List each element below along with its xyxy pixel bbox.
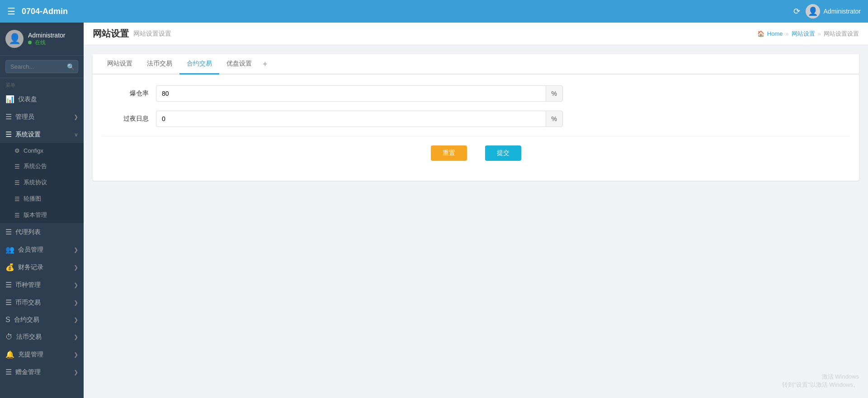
sidebar-item-finance[interactable]: 💰 财务记录 ❯ xyxy=(0,258,84,276)
version-label: 版本管理 xyxy=(24,211,47,219)
sidebar-item-fiat-left: ⏱ 法币交易 xyxy=(5,333,42,341)
sidebar-item-contract-label: 合约交易 xyxy=(14,316,39,324)
sidebar-item-admin-left: ☰ 管理员 xyxy=(5,112,34,121)
sidebar-item-finance-label: 财务记录 xyxy=(18,263,43,272)
system-chevron-icon: ∨ xyxy=(74,131,78,138)
sidebar-item-bonus-label: 赠金管理 xyxy=(15,368,41,376)
search-wrapper: 🔍 xyxy=(5,60,78,73)
form-actions: 重置 提交 xyxy=(102,136,850,170)
sidebar-sub-version[interactable]: ☰ 版本管理 xyxy=(0,207,84,223)
explosion-rate-label: 爆仓率 xyxy=(102,89,156,98)
fiat-icon: ⏱ xyxy=(5,333,13,341)
breadcrumb: 🏠 Home » 网站设置 » 网站设置设置 xyxy=(757,30,859,38)
sidebar-sub-configx[interactable]: ⚙ Configx xyxy=(0,143,84,158)
overnight-interest-input[interactable] xyxy=(156,111,546,127)
overnight-interest-wrapper: % xyxy=(156,111,563,127)
tab-contract-trading[interactable]: 合约交易 xyxy=(179,54,219,75)
admin-icon: ☰ xyxy=(5,112,12,121)
sidebar-sub-protocol[interactable]: ☰ 系统协议 xyxy=(0,174,84,191)
sidebar-item-member-label: 会员管理 xyxy=(18,246,43,254)
sidebar-item-member[interactable]: 👥 会员管理 ❯ xyxy=(0,241,84,258)
main-layout: 👤 Administrator 在线 🔍 菜单 📊 仪表盘 xyxy=(0,23,868,398)
sidebar-item-currency-left: ☰ 币种管理 xyxy=(5,281,41,289)
content-header: 网站设置 网站设置设置 🏠 Home » 网站设置 » 网站设置设置 xyxy=(84,23,868,45)
sidebar-item-recharge[interactable]: 🔔 充提管理 ❯ xyxy=(0,346,84,363)
reset-button[interactable]: 重置 xyxy=(431,145,467,161)
sidebar-item-agent-list[interactable]: ☰ 代理列表 xyxy=(0,223,84,241)
explosion-rate-input[interactable] xyxy=(156,85,546,102)
sidebar-item-coin-trading[interactable]: ☰ 币币交易 ❯ xyxy=(0,294,84,311)
sidebar-item-coin-left: ☰ 币币交易 xyxy=(5,298,41,307)
page-title: 网站设置 xyxy=(93,28,129,40)
sidebar-item-system-settings[interactable]: ☰ 系统设置 ∨ xyxy=(0,126,84,143)
tab-promo-settings[interactable]: 优盘设置 xyxy=(219,54,259,75)
menu-section-label: 菜单 xyxy=(0,78,84,90)
sidebar-item-currency-label: 币种管理 xyxy=(15,281,41,289)
explosion-rate-wrapper: % xyxy=(156,85,563,102)
sidebar-item-contract[interactable]: S 合约交易 ❯ xyxy=(0,311,84,328)
bonus-icon: ☰ xyxy=(5,368,12,376)
overnight-interest-label: 过夜日息 xyxy=(102,115,156,123)
breadcrumb-home[interactable]: Home xyxy=(767,30,783,37)
agent-icon: ☰ xyxy=(5,228,12,236)
version-icon: ☰ xyxy=(14,212,20,219)
carousel-icon: ☰ xyxy=(14,196,20,202)
contract-icon: S xyxy=(5,316,10,324)
currency-icon: ☰ xyxy=(5,281,12,289)
page-subtitle: 网站设置设置 xyxy=(133,30,171,38)
tab-website-settings[interactable]: 网站设置 xyxy=(100,54,140,75)
sidebar-item-system-left: ☰ 系统设置 xyxy=(5,130,41,139)
system-settings-submenu: ⚙ Configx ☰ 系统公告 ☰ 系统协议 ☰ 轮播图 ☰ 版本管理 xyxy=(0,143,84,223)
sidebar-item-contract-left: S 合约交易 xyxy=(5,316,39,324)
sidebar-sub-carousel[interactable]: ☰ 轮播图 xyxy=(0,191,84,207)
user-name: Administrator xyxy=(28,32,65,39)
form-row-explosion-rate: 爆仓率 % xyxy=(102,85,850,102)
sidebar: 👤 Administrator 在线 🔍 菜单 📊 仪表盘 xyxy=(0,23,84,398)
admin-name: Administrator xyxy=(824,8,861,15)
content-area: 网站设置 网站设置设置 🏠 Home » 网站设置 » 网站设置设置 网站设置 … xyxy=(84,23,868,398)
sidebar-sub-notice[interactable]: ☰ 系统公告 xyxy=(0,158,84,174)
header-right: ⟳ 👤 Administrator xyxy=(793,4,861,19)
protocol-icon: ☰ xyxy=(14,179,20,186)
admin-chevron-icon: ❯ xyxy=(74,114,78,120)
hamburger-icon[interactable]: ☰ xyxy=(7,6,15,17)
sidebar-item-fiat-label: 法币交易 xyxy=(16,333,42,341)
sidebar-item-bonus[interactable]: ☰ 赠金管理 ❯ xyxy=(0,363,84,381)
breadcrumb-sep1: » xyxy=(786,30,789,37)
breadcrumb-level1[interactable]: 网站设置 xyxy=(792,30,815,38)
submit-button[interactable]: 提交 xyxy=(485,145,521,161)
bonus-chevron-icon: ❯ xyxy=(74,369,78,375)
tabs-bar: 网站设置 法币交易 合约交易 优盘设置 + xyxy=(93,54,859,75)
refresh-icon[interactable]: ⟳ xyxy=(793,6,800,16)
sidebar-item-admin[interactable]: ☰ 管理员 ❯ xyxy=(0,108,84,126)
notice-icon: ☰ xyxy=(14,163,20,170)
tab-fiat-trading[interactable]: 法币交易 xyxy=(140,54,179,75)
finance-icon: 💰 xyxy=(5,263,14,272)
status-dot xyxy=(28,41,32,44)
recharge-icon: 🔔 xyxy=(5,350,14,359)
contract-chevron-icon: ❯ xyxy=(74,317,78,323)
protocol-label: 系统协议 xyxy=(24,178,47,187)
settings-card: 网站设置 法币交易 合约交易 优盘设置 + 爆仓率 % xyxy=(93,54,859,181)
admin-info: 👤 Administrator xyxy=(806,4,861,19)
sidebar-item-system-label: 系统设置 xyxy=(15,131,41,139)
sidebar-item-dashboard[interactable]: 📊 仪表盘 xyxy=(0,90,84,108)
configx-label: Configx xyxy=(24,147,43,154)
sidebar-item-fiat[interactable]: ⏱ 法币交易 ❯ xyxy=(0,328,84,346)
system-settings-icon: ☰ xyxy=(5,130,12,139)
user-avatar: 👤 xyxy=(5,30,24,48)
tab-add-button[interactable]: + xyxy=(259,54,271,75)
home-icon: 🏠 xyxy=(757,30,764,37)
notice-label: 系统公告 xyxy=(24,162,47,170)
member-icon: 👥 xyxy=(5,245,14,254)
sidebar-item-member-left: 👥 会员管理 xyxy=(5,245,43,254)
user-status: 在线 xyxy=(28,39,65,47)
sidebar-item-agent-label: 代理列表 xyxy=(15,228,41,236)
sidebar-item-bonus-left: ☰ 赠金管理 xyxy=(5,368,41,376)
top-header: ☰ 0704-Admin ⟳ 👤 Administrator xyxy=(0,0,868,23)
page-title-area: 网站设置 网站设置设置 xyxy=(93,28,171,40)
recharge-chevron-icon: ❯ xyxy=(74,351,78,358)
sidebar-item-currency[interactable]: ☰ 币种管理 ❯ xyxy=(0,276,84,294)
form-content: 爆仓率 % 过夜日息 % xyxy=(93,75,859,181)
search-icon: 🔍 xyxy=(67,63,75,70)
